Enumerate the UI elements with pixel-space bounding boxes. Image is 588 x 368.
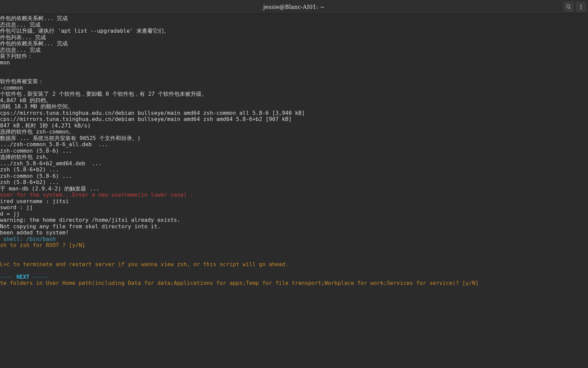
terminal-line: cps://mirrors.tuna.tsinghua.edu.cn/debia… bbox=[0, 110, 588, 117]
window-title: jessie@Blanc-AI01: ~ bbox=[263, 4, 325, 10]
terminal-line: sword : jj bbox=[0, 204, 588, 211]
terminal-line: L+c to terminate and restart server if y… bbox=[0, 261, 588, 268]
terminal-line: sh to zsh for ROOT ? [y/N] bbox=[0, 242, 588, 249]
terminal-line: 件包的依赖关系树... 完成 bbox=[0, 15, 588, 22]
terminal-line: -common bbox=[0, 85, 588, 91]
terminal-line: 4,847 kB 的归档。 bbox=[0, 97, 588, 104]
terminal-line: mon bbox=[0, 60, 588, 66]
terminal-line bbox=[0, 267, 588, 274]
terminal-line: zsh-common (5.8-6) ... bbox=[0, 173, 588, 180]
terminal-line: cps://mirrors.tuna.tsinghua.edu.cn/debia… bbox=[0, 116, 588, 123]
terminal-line: 847 kB，耗时 1秒 (4,271 kB/s) bbox=[0, 123, 588, 129]
terminal-line: zsh (5.8-6+b2) ... bbox=[0, 167, 588, 173]
terminal-line: Not copying any file from skel directory… bbox=[0, 224, 588, 230]
menu-icon[interactable] bbox=[576, 2, 586, 12]
search-icon[interactable] bbox=[564, 2, 574, 12]
terminal-line: .../zsh-common_5.8-6_all.deb ... bbox=[0, 141, 588, 148]
terminal-line: zsh (5.8-6+b2) ... bbox=[0, 179, 588, 186]
terminal-line: 选择的软件包 zsh。 bbox=[0, 154, 588, 160]
terminal-line: 件包的依赖关系树... 完成 bbox=[0, 41, 588, 47]
titlebar-controls bbox=[564, 2, 586, 12]
terminal-line bbox=[0, 72, 588, 79]
terminal-line: .../zsh_5.8-6+b2_amd64.deb ... bbox=[0, 160, 588, 167]
terminal-line bbox=[0, 255, 588, 261]
terminal-line: 数据库 ... 系统当前共安装有 90525 个文件和目录。) bbox=[0, 135, 588, 142]
terminal-line: ired username : jitsi bbox=[0, 198, 588, 205]
terminal-line: warning: the home directory /home/jitsi … bbox=[0, 217, 588, 224]
terminal-output[interactable]: 件包的依赖关系树... 完成态信息... 完成件包可以升级。请执行 'apt l… bbox=[0, 14, 588, 287]
terminal-line: d = jj bbox=[0, 211, 588, 217]
terminal-line: 件包列表... 完成 bbox=[0, 34, 588, 41]
terminal-line: 软件包将被安装： bbox=[0, 78, 588, 85]
terminal-line: 件包可以升级。请执行 'apt list --upgradable' 来查看它们… bbox=[0, 28, 588, 34]
terminal-line bbox=[0, 66, 588, 72]
terminal-line bbox=[0, 249, 588, 255]
terminal-line: 态信息... 完成 bbox=[0, 47, 588, 53]
terminal-line: 个软件包，新安装了 2 个软件包，要卸载 0 个软件包，有 27 个软件包未被升… bbox=[0, 91, 588, 97]
section-divider-next: ———— NEXT ————— bbox=[0, 274, 588, 280]
terminal-line: zsh-common (5.8-6) ... bbox=[0, 148, 588, 154]
window-titlebar: jessie@Blanc-AI01: ~ bbox=[0, 0, 588, 14]
terminal-line: 选择的软件包 zsh-common。 bbox=[0, 129, 588, 135]
terminal-line: been added to system! bbox=[0, 230, 588, 236]
terminal-line: user for the system...Enter a new userna… bbox=[0, 192, 588, 198]
terminal-line: shell: /bin/bash bbox=[0, 236, 588, 243]
terminal-line: 消耗 18.3 MB 的额外空间。 bbox=[0, 104, 588, 110]
terminal-line: te folders in User Home path(including D… bbox=[0, 280, 588, 287]
terminal-line: 装下列软件： bbox=[0, 53, 588, 60]
terminal-line: 态信息... 完成 bbox=[0, 22, 588, 28]
terminal-line: 于 man-db (2.9.4-2) 的触发器 ... bbox=[0, 186, 588, 192]
